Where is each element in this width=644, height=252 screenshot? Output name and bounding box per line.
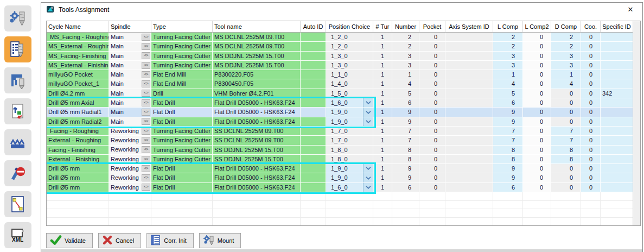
empty-cell [419, 192, 445, 201]
spindle-toggle-button[interactable]: <> [142, 165, 150, 172]
sidebar-item-machining-parameters[interactable] [4, 5, 31, 32]
cell-lcomp: 9 [493, 164, 523, 173]
cell-auto [301, 61, 326, 70]
close-icon[interactable]: ✕ [625, 4, 636, 15]
cell-specific [601, 183, 633, 192]
spindle-toggle-button[interactable]: <> [142, 80, 150, 87]
chevron-down-icon[interactable] [363, 98, 373, 107]
column-header-pocket[interactable]: Pocket [419, 21, 445, 32]
chevron-down-icon[interactable] [363, 183, 373, 192]
button-label: Validate [65, 237, 86, 244]
chevron-down-icon[interactable] [363, 117, 373, 126]
column-header-cycle[interactable]: Cycle Name [47, 21, 109, 32]
spindle-toggle-button[interactable]: <> [142, 99, 150, 106]
table-row[interactable]: Drill Ø5 mmReworking<>Flat DrillFlat Dri… [47, 164, 633, 173]
validate-button[interactable]: Validate [46, 233, 93, 248]
cell-lcomp2: 0 [523, 61, 551, 70]
table-row[interactable]: Drill Ø5 mmReworking<>Flat DrillFlat Dri… [47, 173, 633, 182]
vertical-scrollbar[interactable] [633, 21, 640, 225]
cell-tool: VHM Bohrer Ø4.2.F01 [213, 89, 301, 98]
spindle-toggle-button[interactable]: <> [142, 184, 150, 191]
table-row[interactable]: MS_External - RoughingMain<>Turning Faci… [47, 42, 633, 51]
column-header-coo[interactable]: Coo. [581, 21, 601, 32]
cancel-button[interactable]: Cancel [98, 233, 141, 248]
cell-number: 9 [392, 173, 419, 182]
sidebar-item-machine[interactable] [4, 129, 31, 155]
spindle-label: Reworking [111, 146, 139, 154]
cell-pos[interactable]: 1_9_0 [326, 173, 373, 182]
column-header-auto[interactable]: Auto ID [301, 21, 326, 32]
column-header-spindle[interactable]: Spindle [109, 21, 151, 32]
column-header-tur[interactable]: # Tur [373, 21, 392, 32]
table-row[interactable]: millyuGO PocketMain<>Flat End MillP83002… [47, 70, 633, 79]
empty-cell [493, 192, 523, 201]
column-header-type[interactable]: Type [151, 21, 213, 32]
spindle-toggle-button[interactable]: <> [142, 71, 150, 78]
cell-pos[interactable]: 1_9_0 [326, 164, 373, 173]
cell-coo: 0 [581, 52, 601, 61]
spindle-toggle-button[interactable]: <> [142, 62, 150, 69]
column-header-lcomp2[interactable]: L Comp2 [523, 21, 551, 32]
cell-pos: 1_3_0 [326, 61, 373, 70]
table-row[interactable]: Drill Ø5 mm AxialMain<>Flat DrillFlat Dr… [47, 98, 633, 108]
chevron-down-icon[interactable] [363, 108, 373, 116]
table-row[interactable]: MS_Facing- FinishingMain<>Turning Facing… [47, 52, 633, 61]
table-row[interactable]: Drill Ø5 mmReworking<>Flat DrillFlat Dri… [47, 183, 633, 192]
column-header-lcomp[interactable]: L Comp [493, 21, 523, 32]
spindle-toggle-button[interactable]: <> [142, 52, 150, 59]
table-row[interactable]: External - FinishingReworking<>Turning F… [47, 155, 633, 164]
cell-lcomp: 2 [493, 42, 523, 51]
column-header-specific[interactable]: Specific ID [601, 21, 633, 32]
cell-pos[interactable]: 1_9_0 [326, 108, 373, 117]
sidebar-item-xml-export[interactable]: XML [4, 222, 31, 248]
column-header-axis[interactable]: Axis System ID [445, 21, 493, 32]
sidebar-item-geometry-init[interactable] [4, 191, 31, 217]
sidebar-item-tool-remove[interactable] [4, 160, 31, 186]
mount-button[interactable]: Mount [199, 233, 241, 248]
cell-pos[interactable]: 1_6_0 [326, 183, 373, 192]
cell-pos[interactable]: 1_9_0 [326, 117, 373, 127]
cell-dcomp: 4 [551, 79, 581, 89]
spindle-toggle-button[interactable]: <> [142, 34, 150, 41]
chevron-down-icon[interactable] [363, 164, 373, 173]
spindle-toggle-button[interactable]: <> [142, 174, 150, 181]
spindle-toggle-button[interactable]: <> [142, 128, 150, 135]
column-header-number[interactable]: Number [392, 21, 419, 32]
sidebar-item-tool-measure[interactable] [4, 67, 31, 93]
table-row[interactable]: Drill Ø4.2 mmMain<>DrillVHM Bohrer Ø4.2.… [47, 89, 633, 98]
corr-init-button[interactable]: Corr. Init [146, 233, 194, 248]
spindle-toggle-button[interactable]: <> [142, 109, 150, 116]
spindle-toggle-button[interactable]: <> [142, 146, 150, 153]
cell-pos[interactable]: 1_6_0 [326, 98, 373, 108]
table-row[interactable]: Facing - FinishingReworking<>Turning Fac… [47, 146, 633, 155]
column-header-dcomp[interactable]: D Comp [551, 21, 581, 32]
spindle-toggle-button[interactable]: <> [142, 137, 150, 144]
spindle-toggle-button[interactable]: <> [142, 156, 150, 163]
cell-auto [301, 183, 326, 192]
button-label: Mount [218, 237, 234, 244]
cell-axis [445, 42, 493, 51]
sidebar-item-transfer[interactable] [4, 98, 31, 124]
sidebar-item-tools-assignment[interactable] [4, 36, 31, 62]
column-header-pos[interactable]: Position Choice [326, 21, 373, 32]
cell-cycle: Drill Ø4.2 mm [47, 89, 109, 98]
chevron-down-icon[interactable] [363, 173, 373, 182]
spindle-toggle-button[interactable]: <> [142, 43, 150, 50]
table-row[interactable]: Drill Ø5 mm Radial2Main<>Flat DrillFlat … [47, 117, 633, 127]
table-row[interactable]: MS_Facing - RoughingMain<>Turning Facing… [47, 33, 633, 42]
cell-axis [445, 61, 493, 70]
cell-specific [601, 155, 633, 164]
column-header-tool[interactable]: Tool name [213, 21, 301, 32]
empty-cell [151, 209, 213, 218]
cell-axis [445, 98, 493, 108]
table-header-row: Cycle NameSpindleTypeTool nameAuto IDPos… [47, 21, 633, 33]
cell-cycle: Drill Ø5 mm [47, 164, 109, 173]
table-row[interactable]: External - RoughingReworking<>Turning Fa… [47, 136, 633, 145]
spindle-toggle-button[interactable]: <> [142, 118, 150, 125]
table-row[interactable]: MS_External - FinishingMain<>Turning Fac… [47, 61, 633, 70]
spindle-toggle-button[interactable]: <> [142, 90, 150, 97]
table-row[interactable]: Drill Ø5 mm Radial1Main<>Flat DrillFlat … [47, 108, 633, 117]
table-row[interactable]: Facing - RoughingReworking<>Turning Faci… [47, 127, 633, 136]
empty-cell [523, 209, 551, 218]
table-row[interactable]: millyuGO Pocket_1Main<>Flat End MillP830… [47, 79, 633, 89]
